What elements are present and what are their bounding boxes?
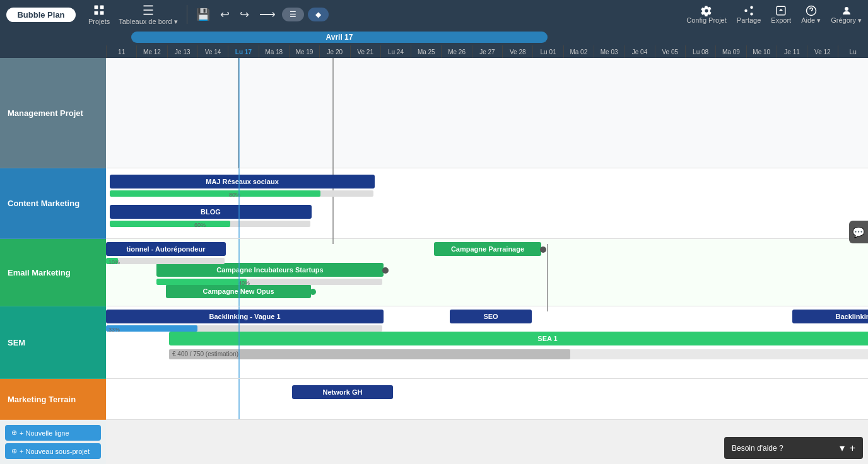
progress-maj [110, 190, 373, 197]
nav-user[interactable]: Grégory ▾ [831, 5, 862, 25]
gantt-row-email: tionnel - Autorépondeur 10% Campagne Par… [106, 239, 868, 306]
left-labels: Management Projet Content Marketing Emai… [0, 29, 106, 464]
progress-label-auto: 10% [108, 259, 120, 265]
progress-label-back1: 33% [108, 327, 120, 333]
help-expand-btn[interactable]: ▾ [840, 442, 845, 454]
nav-tableaux[interactable]: Tableaux de bord ▾ [119, 4, 177, 26]
nouvelle-ligne-btn[interactable]: ⊕ + Nouvelle ligne [5, 425, 101, 441]
date-cell-1: Me 12 [136, 45, 167, 58]
date-cell-7: Je 20 [319, 45, 349, 58]
date-cell-23: Ve 12 [807, 45, 837, 58]
bar-incubateurs[interactable]: Campagne Incubateurs Startups [156, 263, 384, 277]
chat-bubble[interactable]: 💬 [849, 221, 868, 243]
progress-fill-blog [110, 221, 230, 227]
help-label: Besoin d'aide ? [732, 444, 835, 453]
bars-btn[interactable]: ☰ [282, 8, 304, 21]
bar-backlinking1[interactable]: Backlinking - Vague 1 [106, 310, 384, 323]
progress-back1 [106, 325, 382, 332]
date-cell-5: Ma 18 [259, 45, 289, 58]
topnav: Bubble Plan Projets Tableaux de bord ▾ 💾… [0, 0, 868, 29]
right-nav: Config Projet Partage Export Aide ▾ Grég… [686, 5, 862, 25]
today-line-terrain [238, 379, 240, 419]
bar-maj-reseaux[interactable]: MAJ Réseaux sociaux [110, 175, 375, 188]
svg-rect-1 [100, 6, 104, 9]
redo-icon[interactable]: ↪ [240, 8, 249, 21]
newopus-dot [310, 289, 316, 295]
progress-label-incub: 40% [238, 280, 250, 286]
label-terrain: Marketing Terrain [0, 379, 106, 420]
date-cell-21: Me 10 [746, 45, 777, 58]
date-cell-13: Ve 28 [502, 45, 532, 58]
date-cell-12: Je 27 [472, 45, 502, 58]
progress-incub [156, 279, 382, 285]
bar-autorepondeur[interactable]: tionnel - Autorépondeur [106, 242, 226, 256]
bar-sea1[interactable]: SEA 1 [169, 332, 868, 345]
svg-point-6 [845, 7, 848, 11]
date-cell-17: Je 04 [624, 45, 654, 58]
date-cell-14: Lu 01 [532, 45, 563, 58]
date-cell-4: Lu 17 [228, 45, 258, 58]
bar-seo[interactable]: SEO [450, 310, 532, 323]
help-add-btn[interactable]: + [850, 443, 855, 454]
bar-parrainage[interactable]: Campagne Parrainage [434, 242, 541, 256]
center-buttons: ☰ ◆ [282, 8, 329, 21]
date-cell-16: Me 03 [594, 45, 624, 58]
svg-rect-3 [100, 11, 104, 15]
nav-export[interactable]: Export [771, 5, 791, 24]
logo[interactable]: Bubble Plan [6, 8, 76, 22]
bar-blog[interactable]: BLOG [110, 205, 312, 219]
save-icon[interactable]: 💾 [196, 8, 210, 21]
label-email: Email Marketing [0, 239, 106, 306]
nav-projets[interactable]: Projets [88, 4, 110, 25]
gantt-row-content: MAJ Réseaux sociaux 80% BLOG 60% [106, 168, 868, 239]
date-cell-11: Me 26 [441, 45, 471, 58]
diamond-btn[interactable]: ◆ [308, 8, 329, 21]
date-cell-9: Lu 24 [380, 45, 411, 58]
nav-partage[interactable]: Partage [737, 5, 761, 24]
progress-auto [106, 258, 225, 264]
date-cell-18: Ve 05 [655, 45, 685, 58]
bar-networkgh[interactable]: Network GH [292, 385, 393, 399]
date-cell-15: Ma 02 [563, 45, 594, 58]
date-cell-19: Lu 08 [685, 45, 715, 58]
svg-rect-0 [95, 6, 98, 9]
budget-label: € 400 / 750 (estimation) [172, 351, 238, 357]
date-cell-3: Ve 14 [197, 45, 228, 58]
gantt-row-sem: Backlinking - Vague 1 33% SEO Backlinkin… [106, 306, 868, 379]
gantt-rows: MAJ Réseaux sociaux 80% BLOG 60% [106, 58, 868, 464]
nouveau-sous-projet-btn[interactable]: ⊕ + Nouveau sous-projet [5, 443, 101, 459]
bar-backlinking2[interactable]: Backlinking - Vague 2 [792, 310, 868, 323]
nav-icons: Projets Tableaux de bord ▾ [88, 4, 178, 26]
bar-newopus[interactable]: Campagne New Opus [166, 284, 311, 298]
label-management: Management Projet [0, 58, 106, 168]
month-bar: Avril 17 [131, 32, 548, 43]
date-cell-22: Je 11 [777, 45, 807, 58]
date-cell-0: 11 [106, 45, 136, 58]
date-cell-6: Me 19 [289, 45, 319, 58]
gantt-area: Avril 17 11 Me 12 Je 13 Ve 14 Lu 17 Ma 1… [106, 29, 868, 464]
nav-config[interactable]: Config Projet [686, 5, 727, 24]
parrainage-dot [540, 246, 546, 253]
main-container: Management Projet Content Marketing Emai… [0, 29, 868, 464]
arrow-icon[interactable]: ⟶ [259, 8, 276, 21]
gantt-row-management [106, 58, 868, 168]
date-header: 11 Me 12 Je 13 Ve 14 Lu 17 Ma 18 Me 19 J… [106, 45, 868, 58]
budget-bar [169, 349, 868, 359]
gantt-row-terrain: Network GH [106, 379, 868, 420]
today-line [238, 58, 240, 168]
progress-label-blog: 60% [194, 222, 206, 228]
progress-fill-incub [156, 279, 247, 285]
progress-fill-maj [110, 190, 320, 197]
date-cell-20: Ma 09 [715, 45, 746, 58]
label-sem: SEM [0, 306, 106, 379]
nav-aide[interactable]: Aide ▾ [801, 5, 821, 25]
label-content: Content Marketing [0, 168, 106, 239]
undo-icon[interactable]: ↩ [220, 8, 230, 21]
label-header [0, 29, 106, 58]
help-widget: Besoin d'aide ? ▾ + [724, 437, 863, 459]
incub-dot [382, 267, 389, 274]
date-cell-8: Ve 21 [350, 45, 380, 58]
date-cell-24: Lu [838, 45, 868, 58]
toolbar-icons: 💾 ↩ ↪ ⟶ [196, 8, 276, 21]
date-cell-10: Ma 25 [411, 45, 441, 58]
